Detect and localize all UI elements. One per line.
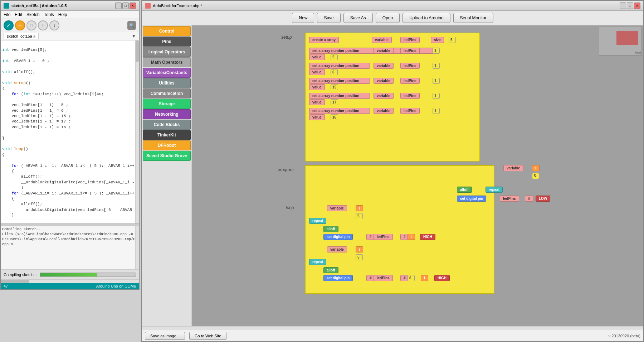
block-canvas[interactable]: Mini setup create a array variable ledPi… bbox=[192, 25, 643, 326]
menu-help[interactable]: Help bbox=[58, 12, 67, 17]
var-i-value-2[interactable]: i bbox=[356, 246, 363, 252]
pos-value-3[interactable]: 1 bbox=[433, 78, 440, 84]
set-array-block-3[interactable]: set a array number position bbox=[309, 78, 370, 84]
float-var-i[interactable]: i bbox=[532, 165, 540, 171]
repeat-block-2[interactable]: repeat bbox=[309, 259, 326, 265]
set-digital-block-1[interactable]: set digital pin bbox=[323, 234, 353, 240]
num-6-block[interactable]: 6 bbox=[408, 275, 415, 281]
create-array-block[interactable]: create a array bbox=[309, 37, 339, 43]
set-digital-block-2[interactable]: set digital pin bbox=[323, 275, 353, 281]
var-label-4[interactable]: variable bbox=[374, 93, 394, 99]
variable-i-label-1[interactable]: variable bbox=[327, 205, 347, 211]
set-array-block-2[interactable]: set a array number position bbox=[309, 63, 370, 69]
value-label-2[interactable]: value bbox=[309, 69, 325, 75]
value-num-1[interactable]: 5 bbox=[331, 54, 338, 60]
pos-value-2[interactable]: 1 bbox=[433, 63, 440, 69]
serial-monitor-button[interactable]: Serial Monitor bbox=[453, 13, 493, 23]
var-label-3[interactable]: variable bbox=[374, 78, 394, 84]
var-value-3[interactable]: ledPins bbox=[400, 78, 420, 84]
value-num-5[interactable]: 16 bbox=[331, 114, 338, 120]
var-value-4[interactable]: ledPins bbox=[400, 93, 420, 99]
float-var-label[interactable]: variable bbox=[503, 165, 523, 171]
value-num-4[interactable]: 17 bbox=[331, 99, 338, 105]
sidebar-item-dfrobot[interactable]: DFRobot bbox=[143, 140, 191, 150]
open-button[interactable]: Open bbox=[376, 13, 400, 23]
editor-vscrollbar[interactable] bbox=[135, 40, 139, 223]
save-as-button[interactable]: Save As bbox=[343, 13, 373, 23]
ledpins-value-1[interactable]: ledPins bbox=[400, 37, 420, 43]
var-i-num-1[interactable]: 5 bbox=[356, 213, 363, 219]
var-i-num-2[interactable]: 5 bbox=[356, 254, 363, 260]
new-button[interactable]: □ bbox=[26, 20, 36, 30]
search-button[interactable]: 🔍 bbox=[127, 21, 136, 30]
i-block-2[interactable]: i bbox=[421, 275, 428, 281]
close-button[interactable]: ✕ bbox=[130, 3, 136, 9]
var-value-5[interactable]: ledPins bbox=[400, 108, 420, 114]
size-value-1[interactable]: 5 bbox=[449, 37, 456, 43]
code-editor[interactable]: int vec_ledPins[5]; int _ABVAR_1_i = 0 ;… bbox=[1, 40, 139, 223]
menu-file[interactable]: File bbox=[4, 12, 10, 17]
sketch-tab[interactable]: sketch_oct15a § bbox=[4, 33, 39, 39]
ledpins-block-2[interactable]: ledPins bbox=[374, 275, 393, 281]
upload-to-arduino-button[interactable]: Upload to Arduino bbox=[402, 13, 450, 23]
console-vscrollbar[interactable] bbox=[135, 226, 139, 269]
ab-close-button[interactable]: ✕ bbox=[634, 3, 640, 9]
new-button[interactable]: New bbox=[292, 13, 314, 23]
go-to-website-button[interactable]: Go to Web Site bbox=[189, 332, 226, 340]
float-var-num[interactable]: 5 bbox=[532, 173, 539, 179]
menu-edit[interactable]: Edit bbox=[15, 12, 22, 17]
sidebar-item-seeed[interactable]: Seeed Studio Grove bbox=[143, 151, 191, 161]
value-label-3[interactable]: value bbox=[309, 84, 325, 90]
var-label-1[interactable]: variable bbox=[374, 48, 394, 54]
sidebar-item-utilities[interactable]: Utilities bbox=[143, 78, 191, 88]
float-repeat[interactable]: repeat bbox=[486, 187, 503, 193]
alloff-block-1[interactable]: alloff bbox=[323, 226, 338, 232]
sidebar-item-networking[interactable]: Networking bbox=[143, 109, 191, 119]
pos-value-1[interactable]: 1 bbox=[433, 48, 440, 54]
ledpins-block-1[interactable]: ledPins bbox=[374, 234, 393, 240]
sidebar-item-pins[interactable]: Pins bbox=[143, 37, 191, 47]
menu-sketch[interactable]: Sketch bbox=[26, 12, 40, 17]
var-value-1[interactable]: ledPins bbox=[400, 48, 420, 54]
set-array-block-5[interactable]: set a array number position bbox=[309, 108, 370, 114]
editor-hscrollbar[interactable] bbox=[1, 279, 139, 283]
maximize-button[interactable]: □ bbox=[122, 3, 129, 9]
editor-divider[interactable] bbox=[1, 223, 139, 226]
high-block-2[interactable]: HIGH bbox=[434, 275, 450, 281]
editor-vscrollbar-thumb[interactable] bbox=[136, 40, 139, 62]
sidebar-item-math[interactable]: Math Operators bbox=[143, 57, 191, 67]
sidebar-item-variables[interactable]: Variables/Constants bbox=[143, 68, 191, 78]
value-label-4[interactable]: value bbox=[309, 99, 325, 105]
save-button[interactable]: Save bbox=[317, 13, 340, 23]
pos-value-4[interactable]: 1 bbox=[433, 93, 440, 99]
canvas-hscrollbar[interactable] bbox=[142, 326, 643, 330]
sidebar-item-control[interactable]: Control bbox=[143, 26, 191, 36]
high-block-1[interactable]: HIGH bbox=[420, 234, 435, 240]
set-array-block-4[interactable]: set a array number position bbox=[309, 93, 370, 99]
sidebar-item-communication[interactable]: Communication bbox=[143, 88, 191, 98]
var-label-2[interactable]: variable bbox=[374, 63, 394, 69]
float-set-digital[interactable]: set digital pin bbox=[457, 196, 486, 202]
variable-i-label-2[interactable]: variable bbox=[327, 246, 347, 252]
size-label-1[interactable]: size bbox=[431, 37, 444, 43]
arduino-window-controls[interactable]: ─ □ ✕ bbox=[115, 3, 136, 9]
var-label-5[interactable]: variable bbox=[374, 108, 394, 114]
alloff-block-2[interactable]: alloff bbox=[323, 267, 338, 273]
menu-tools[interactable]: Tools bbox=[44, 12, 54, 17]
float-hash[interactable]: # bbox=[525, 196, 533, 202]
float-low[interactable]: LOW bbox=[536, 196, 550, 202]
var-i-value-1[interactable]: i bbox=[356, 205, 363, 211]
save-as-image-button[interactable]: Save as image... bbox=[145, 332, 185, 340]
pos-value-5[interactable]: 1 bbox=[433, 108, 440, 114]
float-ledpins[interactable]: ledPins bbox=[500, 196, 519, 202]
editor-hscrollbar-thumb[interactable] bbox=[1, 280, 29, 283]
sidebar-item-codeblocks[interactable]: Code Blocks bbox=[143, 120, 191, 130]
ledpins-label-1[interactable]: variable bbox=[372, 37, 392, 43]
sidebar-item-logical[interactable]: Logical Operators bbox=[143, 47, 191, 57]
value-label-1[interactable]: value bbox=[309, 54, 325, 60]
open-button[interactable]: ↑ bbox=[38, 20, 48, 30]
var-value-2[interactable]: ledPins bbox=[400, 63, 420, 69]
repeat-block-1[interactable]: repeat bbox=[309, 218, 326, 224]
ardublock-window-controls[interactable]: ─ □ ✕ bbox=[620, 3, 640, 9]
sketch-dropdown[interactable]: ▼ bbox=[132, 34, 136, 39]
